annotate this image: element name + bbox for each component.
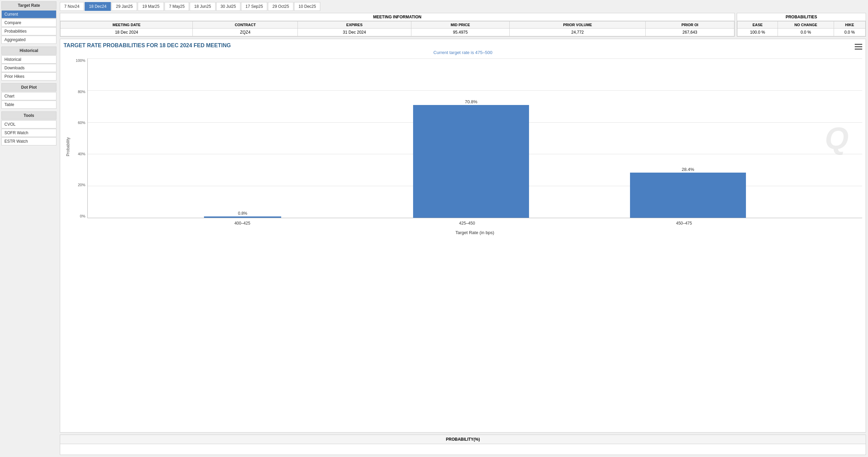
meeting-date-cell: 18 Dec 2024 — [61, 29, 193, 36]
watermark: Q — [825, 121, 849, 156]
sidebar-dot-plot-header: Dot Plot — [1, 83, 56, 91]
chart-title: TARGET RATE PROBABILITIES FOR 18 DEC 202… — [64, 42, 862, 49]
y-tick-40: 40% — [78, 152, 85, 156]
meeting-col-prior-oi: PRIOR OI — [646, 21, 734, 29]
bar-425-450: 70.8% — [413, 105, 529, 218]
grid-line-80 — [88, 90, 862, 91]
sidebar-target-rate-header: Target Rate — [1, 1, 56, 10]
sidebar-item-compare[interactable]: Compare — [1, 19, 56, 27]
date-tab-17sep25[interactable]: 17 Sep25 — [241, 2, 267, 11]
chart-section: TARGET RATE PROBABILITIES FOR 18 DEC 202… — [60, 39, 866, 433]
bottom-prob-header: PROBABILITY(%) — [60, 435, 866, 444]
sidebar-item-sofr-watch[interactable]: SOFR Watch — [1, 129, 56, 137]
date-tab-19mar25[interactable]: 19 Mar25 — [138, 2, 164, 11]
y-axis-label: Probability — [64, 58, 70, 235]
bar-400-425: 0.8% — [204, 216, 282, 218]
meeting-info-table: MEETING INFORMATION MEETING DATECONTRACT… — [60, 13, 735, 37]
probabilities-table: PROBABILITIES EASENO CHANGEHIKE 100.0 % … — [737, 13, 866, 37]
meeting-col-contract: CONTRACT — [193, 21, 298, 29]
sidebar-historical-header: Historical — [1, 47, 56, 55]
date-tab-7may25[interactable]: 7 May25 — [165, 2, 189, 11]
prob-col-ease: EASE — [737, 21, 778, 29]
meeting-col-expires: EXPIRES — [298, 21, 411, 29]
hike-cell: 0.0 % — [834, 29, 865, 36]
expires-cell: 31 Dec 2024 — [298, 29, 411, 36]
y-tick-0: 0% — [80, 214, 85, 218]
chart-menu-icon[interactable] — [855, 42, 862, 51]
y-tick-100: 100% — [76, 58, 85, 63]
chart-subtitle: Current target rate is 475–500 — [64, 50, 862, 55]
grid-line-100 — [88, 58, 862, 59]
meeting-info-title: MEETING INFORMATION — [60, 13, 734, 21]
sidebar-item-chart[interactable]: Chart — [1, 92, 56, 100]
meeting-col-meeting-date: MEETING DATE — [61, 21, 193, 29]
sidebar-item-estr-watch[interactable]: ESTR Watch — [1, 137, 56, 145]
date-tab-18dec24[interactable]: 18 Dec24 — [85, 2, 111, 11]
bar-450-475: 28.4% — [630, 173, 746, 218]
sidebar-item-cvol[interactable]: CVOL — [1, 120, 56, 128]
mid-price-cell: 95.4975 — [411, 29, 510, 36]
sidebar: Target Rate CurrentCompareProbabilitiesA… — [0, 0, 58, 457]
date-tab-10dec25[interactable]: 10 Dec25 — [294, 2, 320, 11]
sidebar-item-historical[interactable]: Historical — [1, 55, 56, 64]
date-tabs-container: 7 Nov2418 Dec2429 Jan2519 Mar257 May2518… — [60, 2, 866, 11]
no-change-cell: 0.0 % — [778, 29, 834, 36]
chart-area: Probability 100% 80% 60% 40% 20% 0% — [64, 58, 862, 235]
y-tick-80: 80% — [78, 90, 85, 94]
bar-label-400-425: 0.8% — [204, 211, 282, 216]
prior-volume-cell: 24,772 — [510, 29, 646, 36]
sidebar-item-prior-hikes[interactable]: Prior Hikes — [1, 72, 56, 81]
x-axis-title: Target Rate (in bps) — [87, 220, 862, 235]
prior-oi-cell: 267,643 — [646, 29, 734, 36]
date-tab-7nov24[interactable]: 7 Nov24 — [60, 2, 84, 11]
sidebar-item-current[interactable]: Current — [1, 10, 56, 18]
meeting-col-mid-price: MID PRICE — [411, 21, 510, 29]
probabilities-title: PROBABILITIES — [737, 13, 866, 21]
y-tick-60: 60% — [78, 121, 85, 125]
date-tab-29jan25[interactable]: 29 Jan25 — [112, 2, 137, 11]
bottom-section: PROBABILITY(%) — [60, 435, 866, 455]
prob-col-hike: HIKE — [834, 21, 865, 29]
sidebar-item-probabilities[interactable]: Probabilities — [1, 27, 56, 35]
sidebar-tools-header: Tools — [1, 111, 56, 120]
sidebar-item-table[interactable]: Table — [1, 101, 56, 109]
prob-col-no change: NO CHANGE — [778, 21, 834, 29]
date-tab-18jun25[interactable]: 18 Jun25 — [190, 2, 215, 11]
meeting-col-prior-volume: PRIOR VOLUME — [510, 21, 646, 29]
sidebar-item-downloads[interactable]: Downloads — [1, 64, 56, 72]
y-tick-20: 20% — [78, 183, 85, 187]
contract-cell: ZQZ4 — [193, 29, 298, 36]
main-content: 7 Nov2418 Dec2429 Jan2519 Mar257 May2518… — [58, 0, 868, 457]
bar-label-425-450: 70.8% — [413, 99, 529, 105]
bar-label-450-475: 28.4% — [630, 167, 746, 173]
date-tab-30jul25[interactable]: 30 Jul25 — [216, 2, 240, 11]
info-section: MEETING INFORMATION MEETING DATECONTRACT… — [60, 13, 866, 37]
date-tab-29oct25[interactable]: 29 Oct25 — [268, 2, 293, 11]
ease-cell: 100.0 % — [737, 29, 778, 36]
sidebar-item-aggregated[interactable]: Aggregated — [1, 36, 56, 44]
